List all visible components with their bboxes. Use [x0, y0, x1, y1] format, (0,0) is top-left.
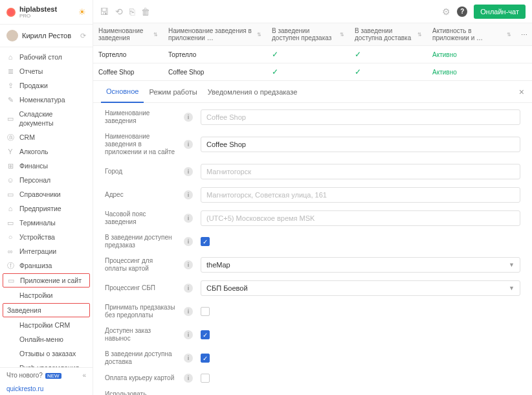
- column-header[interactable]: В заведении доступен предзаказ⇅: [267, 23, 349, 45]
- sidebar-item[interactable]: ▭Приложение и сайт: [3, 273, 90, 288]
- refresh-icon[interactable]: ⟳: [80, 32, 86, 40]
- sidebar-item[interactable]: ○Устройства: [0, 230, 93, 244]
- sidebar-subitem[interactable]: Отзывы о заказах: [0, 346, 93, 361]
- proc-card-select[interactable]: theMap▼: [201, 257, 520, 273]
- user-block[interactable]: Кирилл Рестов ⟳: [0, 25, 93, 47]
- sidebar-item[interactable]: YАлкоголь: [0, 144, 93, 159]
- delete-icon[interactable]: 🗑: [141, 6, 150, 17]
- column-header[interactable]: Активность в приложении и …⇅: [427, 23, 516, 45]
- sidebar-item[interactable]: ▭Справочники: [0, 187, 93, 201]
- sidebar-item[interactable]: ∞Интеграции: [0, 244, 93, 258]
- tab-notifications[interactable]: Уведомления о предзаказе: [203, 82, 303, 102]
- copy-icon[interactable]: ⎘: [129, 6, 135, 17]
- nav-label: Номенклатура: [19, 95, 65, 104]
- cell-status: Активно: [427, 63, 516, 80]
- column-header[interactable]: Наименование заведения⇅: [93, 23, 163, 45]
- column-header[interactable]: Наименование заведения в приложении …⇅: [163, 23, 267, 45]
- sidebar-item[interactable]: ☺Персонал: [0, 173, 93, 187]
- table-row[interactable]: Coffee ShopCoffee Shop✓✓Активно: [93, 63, 532, 81]
- info-icon[interactable]: i: [184, 330, 193, 339]
- close-panel-icon[interactable]: ×: [519, 87, 524, 97]
- collapse-icon[interactable]: «: [82, 372, 86, 379]
- sidebar-item[interactable]: ⓐCRM: [0, 130, 93, 144]
- sidebar-item[interactable]: ⇪Продажи: [0, 78, 93, 93]
- sidebar-item[interactable]: ⊞Финансы: [0, 159, 93, 173]
- nav-icon: ○: [6, 232, 14, 242]
- sync-icon[interactable]: ⟲: [115, 6, 123, 17]
- sidebar-item[interactable]: ▭Терминалы: [0, 216, 93, 230]
- address-input[interactable]: [201, 187, 520, 203]
- chevron-down-icon: ▼: [509, 285, 515, 291]
- info-icon[interactable]: i: [184, 237, 193, 246]
- nav-label: Настройки CRM: [19, 321, 70, 330]
- proc-sbp-select[interactable]: СБП Боевой▼: [201, 280, 520, 296]
- nav-icon: ▭: [6, 218, 14, 227]
- whats-new-link[interactable]: Что нового?: [6, 372, 43, 379]
- cell-more: [516, 46, 532, 63]
- more-cols[interactable]: ⋯: [516, 23, 532, 45]
- noprepay-checkbox[interactable]: [201, 307, 210, 316]
- nav-icon: ▭: [7, 276, 15, 285]
- sidebar-item[interactable]: ⌂Предприятие: [0, 201, 93, 216]
- info-icon[interactable]: i: [184, 214, 193, 223]
- name-input[interactable]: [201, 109, 520, 125]
- nav-icon: ✎: [6, 95, 14, 104]
- tab-main[interactable]: Основное: [101, 81, 144, 103]
- sidebar-subitem[interactable]: Настройки: [0, 288, 93, 302]
- nav-icon: ⌂: [6, 204, 14, 213]
- check-icon: ✓: [272, 50, 278, 59]
- site-link[interactable]: quickresto.ru: [0, 383, 93, 395]
- courier-checkbox[interactable]: [201, 374, 210, 383]
- appname-input[interactable]: [201, 137, 520, 152]
- sidebar-item[interactable]: ▭Складские документы: [0, 107, 93, 130]
- theme-icon[interactable]: ☀: [78, 7, 86, 17]
- online-chat-button[interactable]: Онлайн-чат: [474, 5, 526, 19]
- help-icon[interactable]: ?: [457, 6, 467, 17]
- info-icon[interactable]: i: [184, 140, 193, 149]
- info-icon[interactable]: i: [184, 284, 193, 293]
- nav-icon: Y: [6, 147, 14, 156]
- sidebar-subitem[interactable]: Заведения: [3, 303, 90, 317]
- info-icon[interactable]: i: [184, 374, 193, 383]
- sidebar-subitem[interactable]: Push-уведомления: [0, 361, 93, 367]
- nav-icon: ▭: [6, 190, 14, 199]
- settings-icon[interactable]: ⚙: [442, 6, 450, 17]
- delivery-checkbox[interactable]: ✓: [201, 354, 210, 363]
- nav-icon: ⌂: [6, 52, 14, 62]
- table-row[interactable]: ТортеллоТортелло✓✓Активно: [93, 46, 532, 63]
- sidebar-subitem[interactable]: Онлайн-меню: [0, 332, 93, 346]
- sidebar-subitem[interactable]: Настройки CRM: [0, 318, 93, 332]
- label-proc-sbp: Процессинг СБП: [105, 284, 176, 292]
- nav-label: Справочники: [19, 190, 61, 199]
- sidebar-item[interactable]: ✎Номенклатура: [0, 93, 93, 107]
- sidebar-item[interactable]: ⌂Рабочий стол: [0, 50, 93, 64]
- city-input[interactable]: [201, 164, 520, 179]
- main: 🖫 ⟲ ⎘ 🗑 ⚙ ? Онлайн-чат Наименование заве…: [93, 0, 532, 395]
- sidebar-item[interactable]: ⓕФраншиза: [0, 258, 93, 273]
- preorder-checkbox[interactable]: ✓: [201, 237, 210, 246]
- info-icon[interactable]: i: [184, 113, 193, 122]
- nav-label: Продажи: [19, 81, 48, 90]
- label-proc-card: Процессинг для оплаты картой: [105, 257, 176, 273]
- sidebar-item[interactable]: ≣Отчеты: [0, 64, 93, 78]
- tab-schedule[interactable]: Режим работы: [144, 82, 202, 102]
- nav-label: Отчеты: [19, 67, 43, 76]
- info-icon[interactable]: i: [184, 190, 193, 199]
- timezone-input[interactable]: [201, 210, 520, 226]
- info-icon[interactable]: i: [184, 167, 193, 176]
- info-icon[interactable]: i: [184, 307, 193, 316]
- save-icon[interactable]: 🖫: [100, 6, 109, 17]
- info-icon[interactable]: i: [184, 354, 193, 363]
- label-appname: Наименование заведения в приложении и на…: [105, 133, 176, 156]
- user-name: Кирилл Рестов: [22, 32, 71, 40]
- nav-label: Отзывы о заказах: [19, 349, 76, 358]
- info-icon[interactable]: i: [184, 260, 193, 269]
- cell-appname: Тортелло: [163, 46, 267, 63]
- cell-preorder: ✓: [267, 46, 349, 63]
- col-label: В заведении доступен предзаказ: [272, 27, 337, 41]
- nav-icon: ☺: [6, 175, 14, 185]
- col-label: Наименование заведения в приложении …: [168, 27, 254, 41]
- takeaway-checkbox[interactable]: ✓: [201, 330, 210, 339]
- column-header[interactable]: В заведении доступна доставка⇅: [349, 23, 427, 45]
- new-badge: NEW: [45, 373, 61, 379]
